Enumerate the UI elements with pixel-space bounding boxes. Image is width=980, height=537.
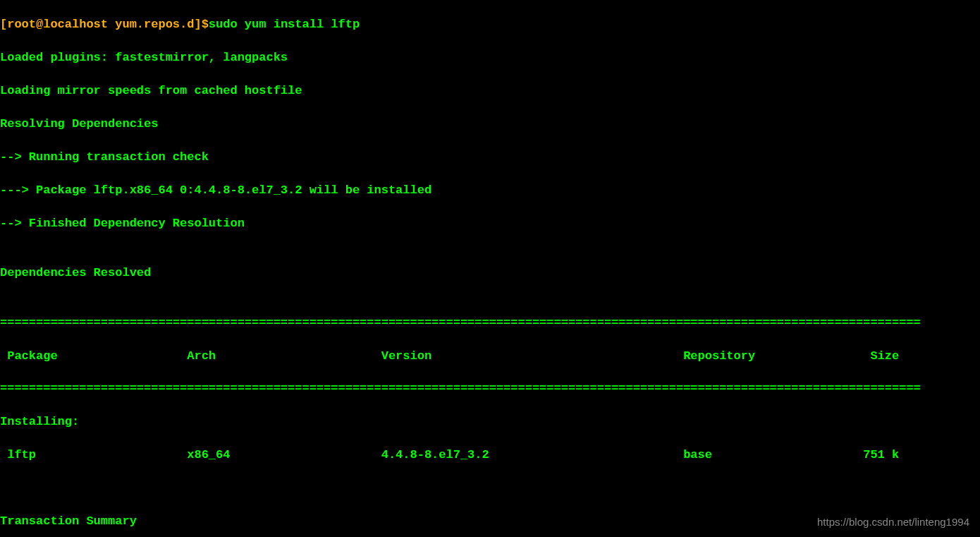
typed-command: sudo yum install lftp xyxy=(209,18,360,31)
output-line: Dependencies Resolved xyxy=(0,265,980,281)
output-line: Loaded plugins: fastestmirror, langpacks xyxy=(0,49,980,66)
watermark-text: https://blog.csdn.net/linteng1994 xyxy=(817,515,969,530)
table-header: Package Arch Version Repository Size xyxy=(0,348,980,364)
divider-line: ========================================… xyxy=(0,315,980,331)
table-row: lftp x86_64 4.4.8-8.el7_3.2 base 751 k xyxy=(0,447,980,463)
installing-label: Installing: xyxy=(0,414,980,430)
output-line: ---> Package lftp.x86_64 0:4.4.8-8.el7_3… xyxy=(0,182,980,198)
output-line: Resolving Dependencies xyxy=(0,116,980,132)
divider-line: ========================================… xyxy=(0,380,980,397)
output-line: --> Finished Dependency Resolution xyxy=(0,215,980,231)
output-line: --> Running transaction check xyxy=(0,149,980,165)
prompt-user-host: [root@localhost xyxy=(0,18,115,31)
terminal-output[interactable]: [root@localhost yum.repos.d]$sudo yum in… xyxy=(0,0,980,537)
output-line: Loading mirror speeds from cached hostfi… xyxy=(0,83,980,99)
output-line xyxy=(0,480,980,496)
prompt-dir: yum.repos.d]$ xyxy=(115,18,209,31)
